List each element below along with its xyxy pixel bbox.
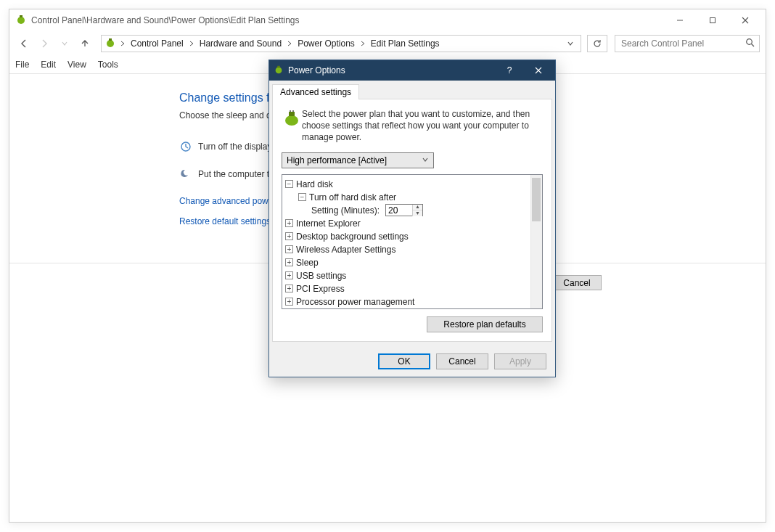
nav-row: Control Panel Hardware and Sound Power O…: [9, 31, 766, 56]
window-title: Control Panel\Hardware and Sound\Power O…: [31, 15, 663, 25]
svg-rect-18: [292, 110, 294, 112]
svg-point-6: [107, 40, 114, 47]
power-plan-select[interactable]: High performance [Active]: [282, 152, 434, 168]
breadcrumb-item[interactable]: Control Panel: [129, 38, 185, 49]
setting-label: Setting (Minutes):: [311, 204, 380, 217]
power-plan-selected: High performance [Active]: [287, 155, 387, 165]
dialog-close-button[interactable]: [526, 62, 551, 78]
svg-rect-3: [710, 18, 715, 23]
dialog-footer: OK Cancel Apply: [269, 346, 555, 377]
power-options-app-icon: [15, 14, 27, 28]
expand-icon[interactable]: [285, 271, 293, 279]
dialog-intro-text: Select the power plan that you want to c…: [302, 108, 543, 144]
address-expand-icon[interactable]: [565, 38, 576, 49]
power-options-breadcrumb-icon: [104, 37, 116, 51]
cancel-button-label: Cancel: [563, 278, 590, 288]
refresh-button[interactable]: [587, 35, 607, 52]
restore-plan-defaults-label: Restore plan defaults: [443, 319, 525, 330]
tree-item[interactable]: PCI Express: [285, 282, 539, 295]
svg-point-15: [285, 115, 298, 126]
tree-label: Processor power management: [296, 295, 414, 308]
search-input[interactable]: [620, 38, 742, 49]
cancel-button[interactable]: Cancel: [552, 275, 602, 290]
tree-item[interactable]: Display: [285, 308, 539, 309]
minimize-button[interactable]: [663, 9, 696, 31]
display-timer-icon: [179, 141, 192, 152]
menu-view[interactable]: View: [67, 60, 86, 70]
address-bar[interactable]: Control Panel Hardware and Sound Power O…: [101, 35, 581, 52]
breadcrumb-sep-icon: [188, 41, 195, 46]
nav-recent-dropdown[interactable]: [56, 35, 73, 52]
svg-rect-12: [277, 65, 280, 67]
expand-icon[interactable]: [285, 258, 293, 266]
ok-button[interactable]: OK: [378, 353, 430, 369]
tree-label: Internet Explorer: [296, 217, 361, 230]
setting-minutes-input[interactable]: [386, 205, 412, 216]
tree-item[interactable]: USB settings: [285, 269, 539, 282]
collapse-icon[interactable]: [285, 180, 293, 188]
tree-item[interactable]: Internet Explorer: [285, 217, 539, 230]
tree-item[interactable]: Sleep: [285, 256, 539, 269]
breadcrumb-item[interactable]: Edit Plan Settings: [369, 38, 441, 49]
tree-item[interactable]: Wireless Adapter Settings: [285, 243, 539, 256]
maximize-button[interactable]: [696, 9, 729, 31]
dialog-tabs: Advanced settings: [269, 82, 555, 99]
breadcrumb-item[interactable]: Hardware and Sound: [198, 38, 283, 49]
spinner-buttons: ▲ ▼: [412, 205, 422, 216]
nav-back-button[interactable]: [15, 35, 33, 52]
breadcrumb-sep-icon: [119, 41, 126, 46]
dialog-cancel-button[interactable]: Cancel: [436, 353, 488, 369]
restore-plan-defaults-button[interactable]: Restore plan defaults: [427, 316, 543, 332]
search-icon[interactable]: [745, 38, 755, 49]
tree-scrollbar[interactable]: [530, 175, 542, 308]
settings-tree: Hard disk Turn off hard disk after Setti…: [282, 174, 543, 309]
svg-rect-1: [20, 15, 22, 17]
tree-label: USB settings: [296, 269, 346, 282]
tree-label: Display: [296, 308, 324, 309]
dialog-help-button[interactable]: ?: [497, 62, 522, 78]
apply-label: Apply: [509, 356, 531, 367]
tree-label: Hard disk: [296, 178, 333, 191]
breadcrumb-sep-icon: [286, 41, 293, 46]
battery-icon: [282, 108, 295, 121]
nav-up-button[interactable]: [76, 35, 94, 52]
sleep-icon: [179, 168, 192, 180]
dialog-title: Power Options: [288, 65, 345, 75]
expand-icon[interactable]: [285, 232, 293, 240]
svg-rect-16: [289, 112, 295, 116]
search-box[interactable]: [615, 35, 760, 52]
tree-label: Sleep: [296, 256, 319, 269]
tree-label: PCI Express: [296, 282, 345, 295]
svg-rect-17: [290, 110, 291, 112]
titlebar: Control Panel\Hardware and Sound\Power O…: [9, 9, 766, 31]
expand-icon[interactable]: [285, 245, 293, 253]
menu-file[interactable]: File: [15, 60, 29, 70]
tree-scroll-thumb[interactable]: [532, 178, 541, 221]
power-options-dialog: Power Options ? Advanced settings Select…: [268, 60, 556, 377]
collapse-icon[interactable]: [298, 193, 306, 201]
dialog-cancel-label: Cancel: [448, 356, 475, 367]
menu-edit[interactable]: Edit: [41, 60, 56, 70]
tree-label: Turn off hard disk after: [309, 191, 396, 204]
tree-item[interactable]: Desktop background settings: [285, 230, 539, 243]
tree-item-hard-disk[interactable]: Hard disk: [285, 178, 539, 191]
explorer-window: Control Panel\Hardware and Sound\Power O…: [9, 9, 766, 523]
expand-icon[interactable]: [285, 285, 293, 292]
svg-point-0: [17, 17, 25, 24]
tree-label: Desktop background settings: [296, 230, 409, 243]
expand-icon[interactable]: [285, 219, 293, 227]
menu-tools[interactable]: Tools: [98, 60, 118, 70]
svg-line-9: [752, 44, 755, 47]
close-button[interactable]: [729, 9, 761, 31]
breadcrumb-item[interactable]: Power Options: [296, 38, 356, 49]
spinner-down[interactable]: ▼: [413, 210, 422, 216]
dialog-app-icon: [274, 65, 284, 77]
expand-icon[interactable]: [285, 298, 293, 306]
nav-forward-button[interactable]: [36, 35, 53, 52]
tab-advanced-settings[interactable]: Advanced settings: [272, 84, 359, 99]
breadcrumb-sep-icon: [359, 41, 366, 46]
dialog-header: Select the power plan that you want to c…: [282, 108, 543, 144]
apply-button[interactable]: Apply: [494, 353, 546, 369]
ok-label: OK: [398, 356, 410, 367]
tree-item[interactable]: Processor power management: [285, 295, 539, 308]
